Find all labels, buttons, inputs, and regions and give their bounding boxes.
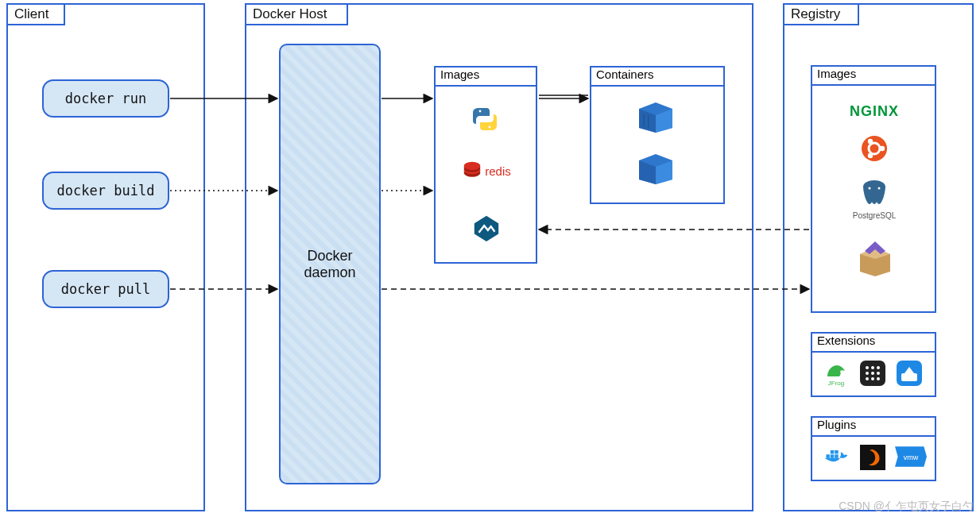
arrows-layer (0, 0, 980, 517)
watermark: CSDN @亻乍屯页女子白勺 (839, 500, 974, 514)
